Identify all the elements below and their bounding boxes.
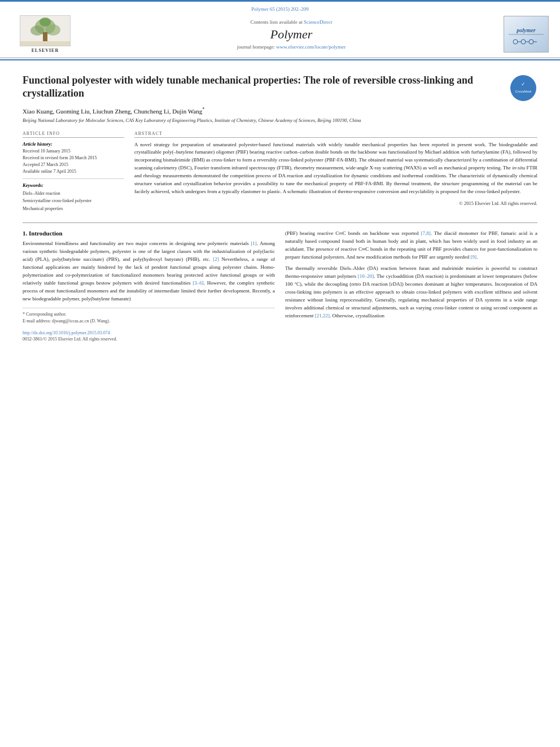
crossmark-icon: ✓ CrossMark [509,74,537,102]
keyword-2: Semicrystalline cross-linked polyester [23,197,124,205]
authors: Xiao Kuang, Guoming Liu, Liuchun Zheng, … [23,107,537,115]
footnote-area: * Corresponding author. E-mail address: … [23,308,275,325]
info-divider [23,178,124,179]
svg-rect-6 [20,41,70,46]
article-info-panel: ARTICLE INFO Article history: Received 1… [23,131,124,216]
svg-rect-4 [43,32,47,41]
accepted-date: Accepted 27 March 2015 [23,161,124,168]
corresponding-marker: * [202,107,204,112]
email-link[interactable]: djwang@iccas.ac.cn [52,318,89,324]
svg-text:CrossMark: CrossMark [515,90,532,93]
svg-point-2 [30,25,44,36]
polymer-logo-image: polymer [504,16,549,53]
keyword-3: Mechanical properties [23,205,124,213]
section-divider [23,222,537,223]
issn-line: 0032-3861/© 2015 Elsevier Ltd. All right… [23,337,275,342]
journal-center-info: Contents lists available at ScienceDirec… [79,19,504,50]
main-content: Functional polyester with widely tunable… [0,60,560,350]
keywords-group: Keywords: Diels–Alder reaction Semicryst… [23,182,124,213]
sciencedirect-info: Contents lists available at ScienceDirec… [79,19,504,25]
polymer-journal-icon: polymer [504,16,548,52]
affiliation: Beijing National Laboratory for Molecula… [23,117,537,124]
intro-heading: 1. Introduction [23,230,275,237]
journal-name: Polymer [79,27,504,42]
body-right-column: (PBF) bearing reactive C═C bonds on back… [285,230,537,342]
elsevier-logo: ELSEVIER [11,15,79,53]
homepage-link[interactable]: www.elsevier.com/locate/polymer [276,44,345,50]
email-footnote: E-mail address: djwang@iccas.ac.cn (D. W… [23,318,275,325]
crossmark-badge[interactable]: ✓ CrossMark [509,74,537,102]
article-title: Functional polyester with widely tunable… [23,74,504,101]
elsevier-brand-label: ELSEVIER [32,48,59,53]
received-revised-date: Received in revised form 20 March 2015 [23,155,124,161]
body-section: 1. Introduction Environmental friendline… [23,230,537,342]
header-content: ELSEVIER Contents lists available at Sci… [11,13,549,55]
page: Polymer 65 (2015) 202–209 ELS [0,0,560,747]
article-info-label: ARTICLE INFO [23,131,124,138]
doi-line[interactable]: http://dx.doi.org/10.1016/j.polymer.2015… [23,330,275,335]
intro-paragraph-2: (PBF) bearing reactive C═C bonds on back… [285,230,537,261]
svg-point-3 [46,24,60,36]
article-history: Article history: Received 10 January 201… [23,141,124,175]
abstract-label: ABSTRACT [134,131,537,138]
available-date: Available online 7 April 2015 [23,168,124,175]
svg-rect-7 [504,16,548,52]
journal-header: Polymer 65 (2015) 202–209 ELS [0,2,560,58]
elsevier-logo-image [20,15,71,46]
abstract-panel: ABSTRACT A novel strategy for preparatio… [134,131,537,216]
article-title-section: Functional polyester with widely tunable… [23,74,537,102]
body-left-column: 1. Introduction Environmental friendline… [23,230,275,342]
copyright-notice: © 2015 Elsevier Ltd. All rights reserved… [134,200,537,206]
info-abstract-section: ARTICLE INFO Article history: Received 1… [23,131,537,216]
history-label: Article history: [23,141,124,147]
received-date: Received 10 January 2015 [23,148,124,155]
protected-text: protected [185,272,203,278]
abstract-text: A novel strategy for preparation of unsa… [134,141,537,196]
journal-reference: Polymer 65 (2015) 202–209 [11,6,549,12]
elsevier-tree-icon [20,16,70,46]
keywords-label: Keywords: [23,182,124,188]
intro-paragraph-3: The thermally reversible Diels–Alder (DA… [285,265,537,320]
intro-paragraph-1: Environmental friendliness and functiona… [23,240,275,303]
keyword-1: Diels–Alder reaction [23,190,124,198]
svg-text:polymer: polymer [516,27,535,33]
svg-point-5 [40,18,51,27]
svg-text:✓: ✓ [521,81,526,87]
sciencedirect-link[interactable]: ScienceDirect [304,19,332,25]
svg-point-16 [510,75,536,101]
journal-homepage: journal homepage: www.elsevier.com/locat… [79,44,504,50]
corresponding-footnote: * Corresponding author. [23,311,275,318]
